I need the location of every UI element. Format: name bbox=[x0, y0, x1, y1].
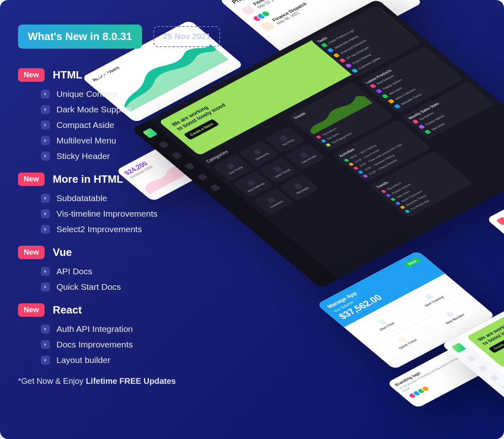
section-title: More in HTML bbox=[53, 173, 123, 186]
section-vue: New Vue API Docs Quick Start Docs bbox=[18, 246, 231, 292]
feature-text: Auth API Integration bbox=[56, 324, 133, 334]
section-react: New React Auth API Integration Docs Impr… bbox=[18, 303, 231, 365]
feature-item: Sticky Header bbox=[41, 151, 231, 161]
mock-hero-line: We are working bbox=[476, 226, 504, 342]
new-badge: New bbox=[18, 68, 45, 82]
feature-text: Dark Mode Support bbox=[56, 105, 131, 114]
feature-item: Compact Aside bbox=[41, 120, 231, 130]
nav-icon bbox=[478, 365, 488, 372]
chevron-right-icon bbox=[41, 282, 50, 291]
chevron-right-icon bbox=[41, 325, 50, 334]
chevron-right-icon bbox=[41, 194, 50, 203]
nav-icon bbox=[501, 384, 504, 391]
feature-item: Vis-timeline Improvements bbox=[41, 209, 231, 219]
chevron-right-icon bbox=[41, 90, 50, 99]
feature-text: Subdatatable bbox=[56, 193, 107, 203]
feature-item: Docs Improvements bbox=[41, 340, 231, 349]
feature-text: Vis-timeline Improvements bbox=[56, 209, 158, 219]
chevron-right-icon bbox=[41, 121, 50, 130]
chevron-right-icon bbox=[41, 267, 50, 276]
nav-icon bbox=[490, 374, 500, 381]
chevron-right-icon bbox=[41, 152, 50, 161]
section-title: React bbox=[53, 304, 82, 316]
feature-item: Unique Concept bbox=[41, 89, 231, 99]
feature-text: API Docs bbox=[56, 267, 92, 276]
chevron-right-icon bbox=[41, 340, 50, 349]
feature-text: Select2 Improvements bbox=[56, 224, 142, 234]
header-row: What's New in 8.0.31 25 Nov 2021 bbox=[18, 25, 231, 49]
chevron-right-icon bbox=[41, 225, 50, 234]
feature-item: Select2 Improvements bbox=[41, 224, 231, 234]
changelog-column: What's New in 8.0.31 25 Nov 2021 New HTM… bbox=[18, 25, 231, 386]
chevron-right-icon bbox=[41, 105, 50, 114]
feature-item: Auth API Integration bbox=[41, 324, 231, 334]
section-more-html: New More in HTML Subdatatable Vis-timeli… bbox=[18, 172, 231, 234]
feature-item: Subdatatable bbox=[41, 193, 231, 203]
feature-item: API Docs bbox=[41, 267, 231, 276]
feature-text: Compact Aside bbox=[56, 120, 114, 130]
feature-item: Dark Mode Support bbox=[41, 105, 231, 114]
feature-text: Multilevel Menu bbox=[56, 136, 116, 146]
footer-prefix: *Get Now & Enjoy bbox=[18, 376, 86, 385]
section-html-demo16: New HTML – Demo 16 Unique Concept Dark M… bbox=[18, 68, 231, 161]
release-date: 25 Nov 2021 bbox=[153, 26, 220, 47]
feature-item: Multilevel Menu bbox=[41, 136, 231, 146]
feature-text: Unique Concept bbox=[56, 89, 118, 99]
chevron-right-icon bbox=[41, 356, 50, 365]
feature-text: Sticky Header bbox=[56, 151, 110, 161]
mock-hero: We are working to boost lovely mood Crea… bbox=[466, 220, 504, 368]
feature-text: Layout builder bbox=[56, 355, 110, 365]
footer-bold: Lifetime FREE Updates bbox=[86, 376, 176, 385]
footer-cta: *Get Now & Enjoy Lifetime FREE Updates bbox=[18, 376, 231, 386]
feature-text: Quick Start Docs bbox=[56, 282, 121, 292]
section-title: HTML – Demo 16 bbox=[53, 69, 138, 81]
feature-item: Layout builder bbox=[41, 355, 231, 365]
section-title: Vue bbox=[53, 246, 72, 259]
feature-text: Docs Improvements bbox=[56, 340, 133, 349]
new-badge: New bbox=[18, 246, 45, 259]
new-badge: New bbox=[18, 172, 45, 186]
chevron-right-icon bbox=[41, 136, 50, 145]
promo-canvas: What's New in 8.0.31 25 Nov 2021 New HTM… bbox=[0, 0, 504, 439]
feature-item: Quick Start Docs bbox=[41, 282, 231, 292]
new-badge: New bbox=[18, 303, 45, 317]
version-badge: What's New in 8.0.31 bbox=[18, 25, 142, 49]
nav-icon bbox=[467, 355, 477, 362]
app-icon bbox=[241, 5, 256, 16]
app-icon bbox=[260, 21, 275, 31]
logo-icon bbox=[496, 217, 504, 225]
logo-icon bbox=[451, 343, 466, 353]
chevron-right-icon bbox=[41, 209, 50, 218]
